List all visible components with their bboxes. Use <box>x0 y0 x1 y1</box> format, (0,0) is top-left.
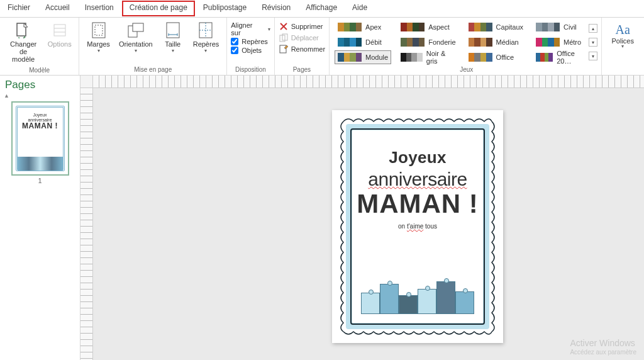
delete-label: Supprimer <box>291 23 323 30</box>
theme-label: Débit <box>365 38 382 46</box>
chevron-down-icon: ▾ <box>172 48 174 53</box>
page-size-icon <box>164 21 182 39</box>
size-button[interactable]: Taille ▾ <box>158 19 188 56</box>
align-on-dropdown[interactable]: Aligner sur ▾ <box>231 21 270 37</box>
size-label: Taille <box>165 40 180 48</box>
windows-activation-watermark: Activer Windows Accédez aux paramètre <box>570 338 636 356</box>
objects-checkbox-row[interactable]: Objets <box>231 47 270 54</box>
chevron-down-icon: ▾ <box>204 48 207 53</box>
card-line-2: anniversaire <box>356 169 479 190</box>
themes-scroll: ▴ ▾ ▾ <box>587 20 599 64</box>
fonts-button[interactable]: Aa Polices ▾ <box>608 20 638 52</box>
theme-swatch <box>536 53 553 62</box>
delete-page-button[interactable]: Supprimer <box>279 21 325 31</box>
rename-icon <box>279 44 289 54</box>
theme-apex[interactable]: Apex <box>335 20 391 34</box>
canvas-area: Joyeux anniversaire MAMAN ! on t'aime to… <box>80 76 644 360</box>
theme-aspect[interactable]: Aspect <box>397 20 458 34</box>
menu-creation-de-page[interactable]: Création de page <box>122 1 195 16</box>
group-label-themes: Jeux <box>335 64 598 75</box>
page-swap-icon <box>14 21 32 39</box>
margins-label: Marges <box>87 40 110 48</box>
theme-swatch <box>536 23 560 31</box>
theme-swatch <box>536 38 560 47</box>
guides-checkbox-label: Repères <box>242 38 268 45</box>
collapse-icon[interactable]: ▲ <box>0 93 80 99</box>
margins-icon <box>90 21 108 39</box>
page-number: 1 <box>38 177 42 184</box>
rename-page-button[interactable]: Renommer <box>279 44 325 54</box>
menu-fichier[interactable]: Fichier <box>0 0 38 17</box>
options-icon <box>51 21 69 39</box>
theme-m-dian[interactable]: Médian <box>465 35 526 49</box>
page-text-block[interactable]: Joyeux anniversaire MAMAN ! on t'aime to… <box>356 134 479 319</box>
page-thumbnail[interactable]: Joyeuxanniversaire MAMAN ! <box>11 101 69 176</box>
theme-office[interactable]: Office <box>465 50 526 64</box>
menu-affichage[interactable]: Affichage <box>298 0 345 17</box>
change-template-label: Changer de modèle <box>8 40 39 63</box>
theme-label: Capitaux <box>496 23 523 31</box>
theme-swatch <box>338 38 362 47</box>
theme-d-bit[interactable]: Débit <box>335 35 391 49</box>
theme-noir-gris[interactable]: Noir & gris <box>397 50 458 64</box>
theme-label: Médian <box>496 38 519 46</box>
chevron-down-icon: ▾ <box>268 26 270 32</box>
menu-accueil[interactable]: Accueil <box>38 0 77 17</box>
align-on-label: Aligner sur <box>231 21 263 37</box>
guides-icon <box>197 21 214 39</box>
theme-label: Office <box>496 53 514 61</box>
fonts-icon: Aa <box>616 23 630 37</box>
theme-fonderie[interactable]: Fonderie <box>397 35 458 49</box>
themes-scroll-up[interactable]: ▴ <box>589 24 597 33</box>
svg-rect-6 <box>95 25 103 35</box>
theme-label: Métro <box>564 38 581 46</box>
move-icon <box>279 33 289 43</box>
svg-rect-20 <box>280 45 286 53</box>
menu-publipostage[interactable]: Publipostage <box>196 0 254 17</box>
change-template-button[interactable]: Changer de modèle <box>4 19 43 65</box>
vertical-ruler[interactable] <box>80 88 93 360</box>
ribbon-group-layout: Marges ▾ Orientation ▾ Taille ▾ Repères … <box>79 18 227 75</box>
horizontal-ruler[interactable] <box>93 76 644 88</box>
theme-civil[interactable]: Civil <box>533 20 585 34</box>
watermark-sub: Accédez aux paramètre <box>570 349 636 356</box>
chevron-down-icon: ▾ <box>97 48 100 53</box>
svg-rect-8 <box>133 23 143 31</box>
ribbon-group-themes: ApexAspectCapitauxCivilDébitFonderieMédi… <box>330 18 601 75</box>
themes-gallery[interactable]: ApexAspectCapitauxCivilDébitFonderieMédi… <box>335 20 584 64</box>
guides-checkbox[interactable] <box>231 38 238 45</box>
guides-checkbox-row[interactable]: Repères <box>231 38 270 45</box>
orientation-button[interactable]: Orientation ▾ <box>115 19 157 56</box>
move-page-button: Déplacer <box>279 33 325 43</box>
theme-m-tro[interactable]: Métro <box>533 35 585 49</box>
guides-button[interactable]: Repères ▾ <box>189 19 223 56</box>
themes-more[interactable]: ▾ <box>589 52 597 60</box>
svg-rect-2 <box>54 25 65 36</box>
theme-label: Apex <box>365 23 381 31</box>
pages-panel: Pages ▲ Joyeuxanniversaire MAMAN ! 1 <box>0 76 80 360</box>
menu-revision[interactable]: Révision <box>254 0 298 17</box>
group-label-disposition: Disposition <box>235 65 266 75</box>
menu-insertion[interactable]: Insertion <box>77 0 121 17</box>
objects-checkbox-label: Objets <box>242 47 262 54</box>
watermark-title: Activer Windows <box>570 338 636 349</box>
chevron-down-icon: ▾ <box>135 48 137 53</box>
card-line-1: Joyeux <box>356 148 479 167</box>
group-label-layout: Mise en page <box>134 65 172 75</box>
objects-checkbox[interactable] <box>231 47 238 54</box>
theme-capitaux[interactable]: Capitaux <box>465 20 526 34</box>
theme-swatch <box>469 23 492 31</box>
document-canvas[interactable]: Joyeux anniversaire MAMAN ! on t'aime to… <box>93 88 644 360</box>
theme-office-20-[interactable]: Office 20… <box>533 50 585 64</box>
group-label-pages: Pages <box>293 65 311 75</box>
theme-label: Noir & gris <box>426 50 456 65</box>
themes-scroll-down[interactable]: ▾ <box>589 38 597 47</box>
theme-label: Fonderie <box>428 38 455 46</box>
card-line-4: on t'aime tous <box>356 223 479 230</box>
menu-aide[interactable]: Aide <box>345 0 375 17</box>
theme-module[interactable]: Module <box>335 50 391 64</box>
margins-button[interactable]: Marges ▾ <box>83 19 114 56</box>
document-page[interactable]: Joyeux anniversaire MAMAN ! on t'aime to… <box>332 110 503 343</box>
guides-label: Repères <box>193 40 219 48</box>
theme-swatch <box>401 23 425 31</box>
